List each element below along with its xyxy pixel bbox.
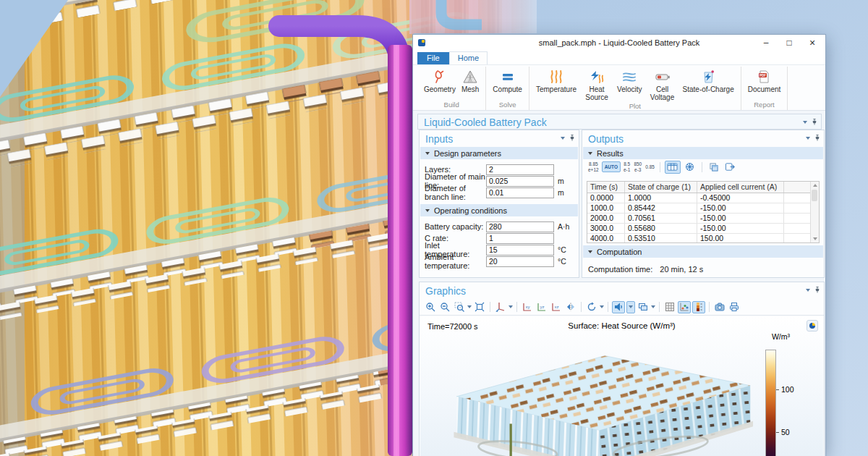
zoom-box-button[interactable] [453, 301, 466, 313]
section-results[interactable]: Results [583, 147, 823, 159]
velocity-icon [621, 68, 637, 85]
section-design-parameters[interactable]: Design parameters [420, 147, 578, 159]
c-rate-input[interactable] [486, 233, 554, 244]
section-computation[interactable]: Computation [583, 245, 823, 258]
computation-time-value: 20 min, 12 s [660, 265, 703, 274]
scientific-notation-button[interactable]: 8.5e-1 [623, 161, 631, 172]
table-header-row: Time (s) State of charge (1) Applied cel… [587, 182, 819, 193]
column-header-current[interactable]: Applied cell current (A) [697, 182, 784, 193]
chevron-down-icon[interactable] [651, 305, 655, 308]
zoom-extents-button[interactable] [473, 301, 486, 313]
logo-icon [809, 323, 815, 329]
show-grid-button[interactable] [663, 301, 676, 313]
engineering-notation-button[interactable]: 850e-3 [633, 161, 642, 172]
image-snapshot-button[interactable] [713, 301, 726, 313]
default-view-button[interactable] [494, 301, 507, 313]
ribbon-group-solve: Compute Solve [486, 67, 529, 110]
graphics-plot-area[interactable]: Time=72000 s Surface: Heat Source (W/m³) [420, 316, 823, 456]
view-yz-button[interactable]: yz [535, 301, 548, 313]
zoom-extents-icon [475, 302, 485, 312]
chevron-down-icon[interactable] [561, 137, 565, 140]
chevron-down-icon[interactable] [509, 305, 513, 308]
chevron-down-icon[interactable] [803, 121, 807, 124]
scroll-down-arrow[interactable] [813, 237, 817, 240]
ambient-temperature-input[interactable] [486, 256, 554, 267]
inlet-temperature-input[interactable] [486, 245, 554, 256]
rotate-button[interactable] [585, 301, 598, 313]
pin-icon[interactable] [814, 134, 820, 142]
velocity-plot-button[interactable]: Velocity [614, 67, 644, 93]
pin-icon[interactable] [814, 286, 820, 294]
copy-icon [709, 162, 719, 172]
temperature-plot-button[interactable]: Temperature [533, 67, 579, 93]
zoom-in-button[interactable] [424, 301, 437, 313]
branch-line-diameter-input[interactable] [486, 187, 554, 198]
table-icon [667, 162, 678, 172]
ribbon-group-plot: Temperature Heat Source Velocity [529, 67, 741, 110]
plot-logo-button[interactable] [807, 320, 818, 332]
main-line-diameter-input[interactable] [486, 176, 554, 187]
state-of-charge-plot-button[interactable]: State-of-Charge [680, 67, 737, 93]
table-row[interactable]: 0.00001.0000-0.45000 [587, 193, 819, 203]
ribbon-tab-row: File Home [413, 51, 825, 64]
layers-input[interactable] [486, 164, 554, 175]
mirror-view-button[interactable] [564, 301, 577, 313]
table-row[interactable]: 1000.00.85442-150.00 [587, 203, 819, 214]
ribbon-group-build: Geometry Mesh Build [417, 67, 486, 110]
colorbar-tick [776, 389, 779, 390]
zoom-out-button[interactable] [438, 301, 451, 313]
svg-text:PDF: PDF [760, 74, 766, 77]
plot-title: Surface: Heat Source (W/m³) [420, 321, 823, 330]
automatic-notation-button[interactable]: AUTO [602, 161, 621, 172]
heat-source-plot-button[interactable]: Heat Source [579, 67, 614, 101]
chevron-down-icon[interactable] [467, 305, 472, 308]
scroll-up-arrow[interactable] [813, 184, 817, 187]
document-report-button[interactable]: PDF Document [745, 67, 784, 93]
computation-time-label: Computation time: [588, 265, 652, 274]
wheel-icon [685, 162, 694, 172]
plot-settings-button[interactable] [678, 301, 691, 313]
compute-icon [500, 68, 516, 85]
column-header-time[interactable]: Time (s) [587, 182, 625, 193]
table-view-button[interactable] [665, 161, 681, 174]
table-row[interactable]: 3000.00.55680-150.00 [587, 224, 819, 234]
maximize-button[interactable]: □ [778, 35, 801, 51]
color-legend-button[interactable] [692, 301, 705, 313]
chevron-down-icon[interactable] [806, 137, 810, 140]
pin-icon[interactable] [569, 134, 575, 142]
compute-button[interactable]: Compute [490, 67, 525, 93]
chevron-down-icon[interactable] [806, 289, 810, 292]
view-xz-button[interactable]: xz [550, 301, 563, 313]
heat-source-3d-plot[interactable] [436, 337, 776, 456]
table-row[interactable]: 4000.00.53510150.00 [587, 234, 819, 243]
computation-time-row: Computation time: 20 min, 12 s [588, 265, 703, 274]
scene-light-button[interactable] [612, 301, 625, 313]
full-precision-button[interactable]: 8.85e+12 [587, 161, 600, 172]
environment-button[interactable] [637, 301, 650, 313]
print-button[interactable] [728, 301, 741, 313]
tab-file[interactable]: File [417, 52, 449, 64]
zoom-out-icon [440, 302, 450, 312]
table-row[interactable]: 2000.00.70561-150.00 [587, 214, 819, 224]
scroll-thumb[interactable] [812, 190, 817, 201]
section-operating-conditions[interactable]: Operating conditions [420, 204, 578, 216]
pin-icon[interactable] [812, 118, 817, 126]
geometry-button[interactable]: Geometry [421, 67, 459, 93]
polar-view-button[interactable] [683, 161, 697, 173]
view-xy-button[interactable]: xy [521, 301, 534, 313]
cell-voltage-plot-button[interactable]: Cell Voltage [645, 67, 680, 101]
minimize-button[interactable]: – [754, 35, 778, 51]
tab-home[interactable]: Home [449, 51, 488, 64]
decimal-notation-button[interactable]: 0.85 [644, 164, 655, 170]
close-button[interactable]: × [801, 35, 824, 51]
copy-table-button[interactable] [707, 161, 721, 173]
title-bar[interactable]: small_pack.mph - Liquid-Cooled Battery P… [413, 35, 825, 51]
battery-capacity-input[interactable] [486, 221, 554, 232]
mesh-button[interactable]: Mesh [459, 67, 482, 93]
table-scrollbar[interactable] [810, 182, 819, 242]
export-table-button[interactable] [723, 161, 738, 173]
scene-light-menu-button[interactable] [626, 301, 635, 313]
chevron-down-icon[interactable] [600, 305, 604, 308]
field-row: Battery capacity: A·h [425, 221, 574, 232]
column-header-soc[interactable]: State of charge (1) [625, 182, 697, 193]
